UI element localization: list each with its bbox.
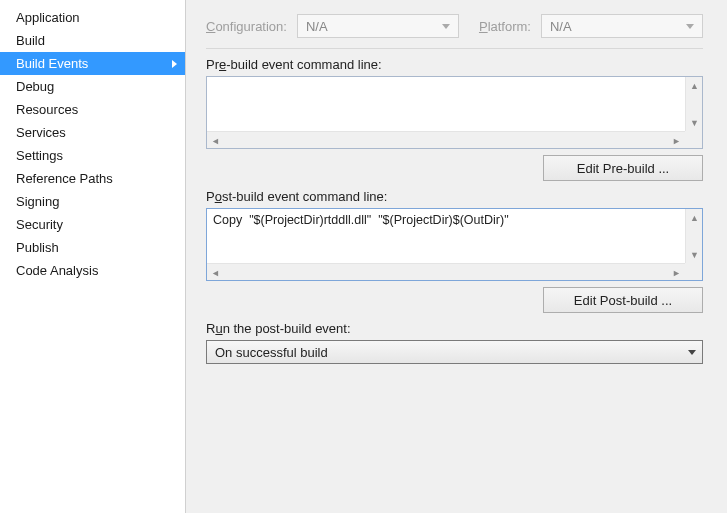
sidebar-item-build-events[interactable]: Build Events [0,52,185,75]
prebuild-vscrollbar[interactable]: ▲ ▼ [685,77,702,131]
sidebar-item-debug[interactable]: Debug [0,75,185,98]
scroll-left-icon[interactable]: ◄ [207,132,224,149]
chevron-down-icon [686,24,694,29]
prebuild-label: Pre-build event command line: [206,57,703,72]
scroll-corner [685,131,702,148]
sidebar-item-build[interactable]: Build [0,29,185,52]
sidebar-item-signing[interactable]: Signing [0,190,185,213]
prebuild-section: Pre-build event command line: ▲ ▼ ◄ ► Ed… [206,57,703,181]
configuration-dropdown: N/A [297,14,459,38]
sidebar-item-application[interactable]: Application [0,6,185,29]
chevron-down-icon [688,350,696,355]
edit-postbuild-button[interactable]: Edit Post-build ... [543,287,703,313]
platform-label: Platform: [479,19,531,34]
sidebar-item-code-analysis[interactable]: Code Analysis [0,259,185,282]
scroll-down-icon[interactable]: ▼ [686,246,703,263]
postbuild-section: Post-build event command line: ▲ ▼ ◄ ► E… [206,189,703,313]
postbuild-label: Post-build event command line: [206,189,703,204]
configuration-value: N/A [306,19,328,34]
scroll-up-icon[interactable]: ▲ [686,209,703,226]
prebuild-hscrollbar[interactable]: ◄ ► [207,131,685,148]
run-postbuild-value: On successful build [215,345,328,360]
config-row: Configuration: N/A Platform: N/A [206,14,703,49]
sidebar-item-reference-paths[interactable]: Reference Paths [0,167,185,190]
main-panel: Configuration: N/A Platform: N/A Pre-bui… [186,0,727,513]
platform-dropdown: N/A [541,14,703,38]
sidebar: Application Build Build Events Debug Res… [0,0,186,513]
run-postbuild-select[interactable]: On successful build [206,340,703,364]
postbuild-vscrollbar[interactable]: ▲ ▼ [685,209,702,263]
scroll-up-icon[interactable]: ▲ [686,77,703,94]
prebuild-textarea-wrap: ▲ ▼ ◄ ► [206,76,703,149]
scroll-down-icon[interactable]: ▼ [686,114,703,131]
sidebar-item-settings[interactable]: Settings [0,144,185,167]
edit-prebuild-button[interactable]: Edit Pre-build ... [543,155,703,181]
postbuild-hscrollbar[interactable]: ◄ ► [207,263,685,280]
postbuild-textarea-wrap: ▲ ▼ ◄ ► [206,208,703,281]
scroll-corner [685,263,702,280]
scroll-left-icon[interactable]: ◄ [207,264,224,281]
run-label: Run the post-build event: [206,321,703,336]
platform-value: N/A [550,19,572,34]
sidebar-item-publish[interactable]: Publish [0,236,185,259]
chevron-down-icon [442,24,450,29]
scroll-right-icon[interactable]: ► [668,264,685,281]
sidebar-item-resources[interactable]: Resources [0,98,185,121]
sidebar-item-services[interactable]: Services [0,121,185,144]
configuration-label: Configuration: [206,19,287,34]
scroll-right-icon[interactable]: ► [668,132,685,149]
sidebar-item-security[interactable]: Security [0,213,185,236]
run-section: Run the post-build event: On successful … [206,321,703,364]
